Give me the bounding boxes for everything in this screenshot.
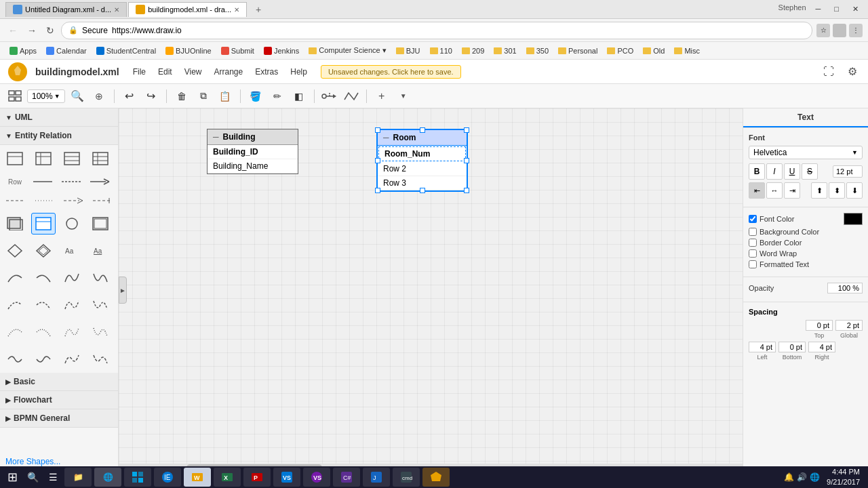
- bookmark-calendar[interactable]: Calendar: [42, 45, 91, 56]
- curve-5[interactable]: [3, 294, 27, 316]
- tab-text[interactable]: Text: [743, 108, 868, 127]
- minimize-button[interactable]: ─: [812, 3, 825, 15]
- conn-dashed-3[interactable]: [60, 192, 87, 209]
- font-family-selector[interactable]: Helvetica ▼: [749, 146, 863, 159]
- curve-12[interactable]: [88, 321, 113, 343]
- bold-button[interactable]: B: [749, 163, 765, 180]
- bookmark-110[interactable]: 110: [426, 45, 456, 56]
- shape-rect-shadow[interactable]: [3, 213, 27, 235]
- room-row-1[interactable]: Room_Num: [378, 146, 466, 161]
- handle-mr[interactable]: [464, 158, 469, 163]
- close-button[interactable]: ✕: [848, 3, 863, 15]
- task-view-button[interactable]: ☰: [43, 468, 62, 487]
- address-box[interactable]: 🔒 Secure https://www.draw.io: [61, 22, 812, 39]
- tab-buildingmodel[interactable]: buildingmodel.xml - dra... ✕: [128, 2, 247, 17]
- curve-13[interactable]: [3, 348, 27, 370]
- diagram-switcher[interactable]: [5, 87, 24, 106]
- zoom-out-button[interactable]: 🔍: [68, 87, 87, 106]
- spacing-global-input[interactable]: 2 pt: [835, 320, 863, 331]
- menu-extras[interactable]: Extras: [250, 64, 283, 79]
- search-button[interactable]: 🔍: [23, 468, 42, 487]
- font-color-swatch[interactable]: [844, 213, 863, 225]
- menu-icon[interactable]: ⋮: [849, 24, 863, 37]
- building-row-2[interactable]: Building_Name: [208, 159, 298, 174]
- shape-circle[interactable]: [60, 213, 84, 235]
- bookmark-pco[interactable]: PCO: [603, 45, 637, 56]
- align-right-button[interactable]: ⇥: [784, 182, 800, 199]
- volume-icon[interactable]: 🔊: [797, 472, 807, 482]
- bookmark-350[interactable]: 350: [522, 45, 553, 56]
- zoom-control[interactable]: 100% ▼: [27, 89, 65, 103]
- bookmark-bjuonline[interactable]: BJUOnline: [161, 45, 216, 56]
- taskbar-app8[interactable]: C#: [333, 468, 360, 487]
- zoom-in-button[interactable]: ⊕: [90, 87, 108, 106]
- handle-tl[interactable]: [375, 127, 380, 133]
- maximize-button[interactable]: □: [830, 3, 843, 15]
- bookmark-bju[interactable]: BJU: [392, 45, 425, 56]
- handle-tr[interactable]: [464, 127, 469, 133]
- curve-7[interactable]: [60, 294, 84, 316]
- formatted-text-checkbox[interactable]: [749, 260, 757, 268]
- shape-diamond-double[interactable]: [31, 240, 56, 262]
- handle-ml[interactable]: [375, 158, 380, 163]
- shape-er-2[interactable]: [31, 148, 56, 169]
- curve-8[interactable]: [88, 294, 113, 316]
- settings-icon[interactable]: ⚙: [845, 62, 860, 81]
- paste-button[interactable]: 📋: [216, 87, 235, 106]
- conn-dashed-2[interactable]: [32, 192, 58, 209]
- room-table[interactable]: ─ Room Room_Num Row 2 Row 3: [376, 129, 468, 192]
- extension-icon[interactable]: [833, 24, 846, 37]
- spacing-top-input[interactable]: 0 pt: [806, 320, 833, 331]
- tab-close-untitled[interactable]: ✕: [114, 6, 119, 14]
- underline-button[interactable]: U: [784, 163, 800, 180]
- sidebar-section-flowchart[interactable]: ▶ Flowchart: [0, 391, 118, 409]
- curve-3[interactable]: [60, 267, 84, 289]
- tab-close-building[interactable]: ✕: [234, 6, 239, 14]
- curve-9[interactable]: [3, 321, 27, 343]
- insert-button[interactable]: +: [372, 87, 391, 106]
- menu-file[interactable]: File: [127, 64, 151, 79]
- spacing-right-input[interactable]: 4 pt: [808, 342, 835, 352]
- notification-area[interactable]: 🔔: [784, 472, 794, 482]
- handle-bm[interactable]: [420, 188, 425, 193]
- canvas-area[interactable]: ► ─ Building Building_ID Building_Name: [119, 108, 743, 472]
- star-icon[interactable]: ☆: [816, 24, 830, 37]
- word-wrap-checkbox[interactable]: [749, 249, 757, 258]
- taskbar-clock[interactable]: 4:44 PM 9/21/2017: [821, 467, 865, 488]
- shape-er-4[interactable]: [88, 148, 113, 169]
- curve-11[interactable]: [60, 321, 84, 343]
- connector-1[interactable]: [30, 174, 56, 190]
- bookmark-cs[interactable]: Computer Science ▾: [304, 45, 391, 56]
- taskbar-app6[interactable]: VS: [273, 468, 300, 487]
- building-table[interactable]: ─ Building Building_ID Building_Name: [207, 129, 298, 174]
- valign-top-button[interactable]: ⬆: [811, 182, 827, 199]
- shape-er-3[interactable]: [60, 148, 84, 169]
- conn-dashed-4[interactable]: [90, 192, 116, 209]
- curve-15[interactable]: [60, 348, 84, 370]
- taskbar-app2[interactable]: IE: [154, 468, 181, 487]
- line-color-button[interactable]: ✏: [268, 87, 287, 106]
- handle-br[interactable]: [464, 188, 469, 193]
- taskbar-app5[interactable]: P: [243, 468, 271, 487]
- connector-3[interactable]: [87, 174, 113, 190]
- menu-help[interactable]: Help: [285, 64, 313, 79]
- shadow-button[interactable]: ◧: [290, 87, 309, 106]
- bookmark-301[interactable]: 301: [490, 45, 520, 56]
- taskbar-chrome[interactable]: 🌐: [94, 468, 121, 487]
- building-row-1[interactable]: Building_ID: [208, 145, 298, 159]
- font-color-checkbox[interactable]: [749, 215, 757, 223]
- conn-dashed-1[interactable]: [3, 192, 29, 209]
- taskbar-app1[interactable]: [124, 468, 151, 487]
- sidebar-section-uml[interactable]: ▼ UML: [0, 108, 118, 127]
- sidebar-section-bpmn[interactable]: ▶ BPMN General: [0, 409, 118, 428]
- connection-style-button[interactable]: [320, 87, 339, 106]
- shape-diamond[interactable]: [3, 240, 27, 262]
- canvas-grid[interactable]: ► ─ Building Building_ID Building_Name: [119, 108, 743, 472]
- network-icon[interactable]: 🌐: [810, 472, 820, 482]
- opacity-input[interactable]: 100 %: [827, 283, 863, 293]
- redo-button[interactable]: ↪: [142, 87, 161, 106]
- shape-er-1[interactable]: [3, 148, 27, 169]
- bookmark-studentcentral[interactable]: StudentCentral: [92, 45, 160, 56]
- bookmark-misc[interactable]: Misc: [670, 45, 704, 56]
- back-button[interactable]: ←: [5, 24, 20, 37]
